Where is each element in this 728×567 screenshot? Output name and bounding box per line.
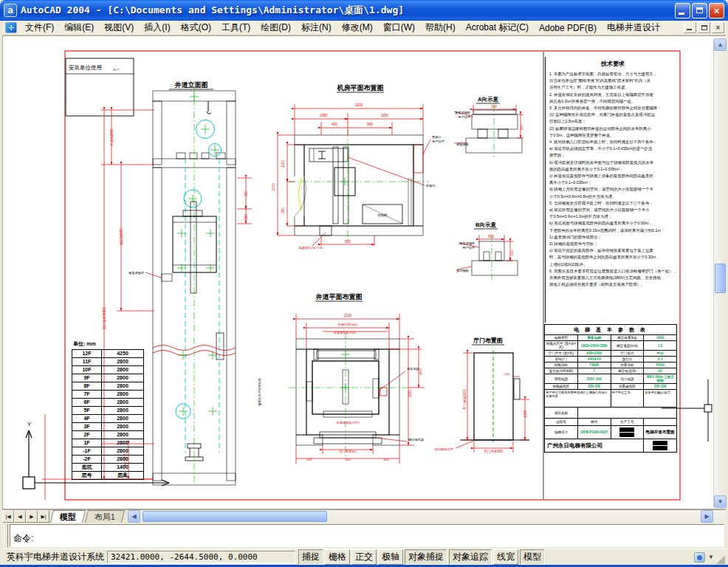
param-label: 厅门尺寸 (宽×高) [545,351,578,357]
menu-item[interactable]: 格式(O) [176,20,216,35]
status-toggle-正交[interactable]: 正交 [351,549,377,565]
mdi-document-icon[interactable]: ✛ [5,22,17,33]
scroll-right-icon: ▶ [704,513,709,520]
command-window-grip[interactable] [4,524,8,547]
floor-label: 9F [72,374,102,382]
floor-height: 1400 [102,464,144,472]
tech-line: 于0.5m，这种隔障应贯穿整个井道。 [549,132,676,139]
tech-line: 于0.5m×0.6m×1.0m的长方体为准； [549,213,676,220]
floor-label: 4F [72,415,102,423]
menu-item[interactable]: 电梯井道设计 [602,20,665,35]
tab-nav-last-button[interactable]: ▶| [38,510,49,523]
scroll-down-button[interactable]: ▼ [714,495,727,508]
tab-nav-prev-button[interactable]: ◀ [14,510,26,523]
floor-row: 6F 2800 [72,399,144,407]
drawing-annotation: 焊接垫板 [456,142,469,146]
drawing-annotation: 用户自理 [432,140,445,143]
tech-line: 2. 井道应保证良好的通风环境，五层及以上每隔两层开设通 [549,92,676,98]
status-toggle-对象追踪[interactable]: 对象追踪 [449,549,492,565]
param-value: 乘客电梯 [577,335,611,341]
drawing-canvas[interactable]: 井道立面图机房平面布置图A向示意B向示意井道平面布置图厅门布置图安装单位使用VL… [2,35,726,509]
floor-label: 层号 [72,472,102,480]
mdi-close-button[interactable]: × [712,22,724,33]
param-label: 电梯类型 [545,335,578,341]
scroll-up-button[interactable]: ▲ [714,38,727,51]
vertical-scrollbar[interactable]: ▲ ▼ [713,38,726,508]
drawing-annotation: 1150 [381,114,388,117]
floor-row: 5F 2800 [72,407,144,415]
status-toggle-对象捕捉[interactable]: 对象捕捉 [405,549,447,565]
maximize-button[interactable] [692,3,707,18]
floor-label: 6F [72,399,102,407]
param-value: 7 [577,368,611,374]
menu-item[interactable]: 标注(N) [296,20,337,35]
tech-line: 3. 多台并联排列的井道，不同电梯的相邻部件之间应设置隔障： [549,105,676,111]
floor-label: -1F [72,447,102,456]
design-label: 电梯设计 [545,426,578,439]
tab-nav-first-button[interactable]: |◀ [2,510,14,523]
param-value: 中分 [644,351,677,357]
tab-layout1[interactable]: 布局1 [85,510,125,523]
menu-item[interactable]: 插入(I) [139,20,175,35]
menu-item[interactable]: 编辑(E) [59,20,99,35]
floor-height: 2800 [102,456,144,464]
drawing-annotation: 承重梁预埋 [128,271,145,275]
status-toggle-线宽[interactable]: 线宽 [493,549,518,565]
tech-requirements-lines: 1. 本图为产品标准安装图，内容如有变动，尺寸与土建有关，仅当发包单位在"图纸专… [549,71,676,289]
param-label: 轿厢越程距 [545,384,578,390]
horizontal-scroll-thumb[interactable] [142,511,327,522]
drawing-annotation: 1300 [523,410,527,418]
floor-row: 12F 4250 [72,350,144,358]
tab-nav-next-icon: ▶ [30,514,33,520]
tech-line: c) 底坑中固定的最高部件，如补偿绳张紧装置位于最上位置 [549,247,676,254]
mdi-minimize-button[interactable] [684,22,696,33]
communication-center-icon[interactable] [694,552,705,563]
parameter-table-title: 电 梯 基 本 参 数 表 [545,325,677,335]
shaft-plan [289,333,408,457]
menu-item[interactable]: 绘图(D) [255,20,296,35]
drawing-annotation: VL.? [113,68,120,72]
titlebar[interactable]: a AutoCAD 2004 - [C:\Documents and Setti… [0,0,728,21]
command-input-area[interactable]: 命令: [10,524,724,547]
floor-height: 2800 [102,382,144,391]
tech-line: 行面以上2.5m高度； [549,118,676,125]
status-toggle-模型[interactable]: 模型 [520,549,545,565]
scroll-left-button[interactable]: ◀ [128,510,140,523]
floor-row: 1F 2800 [72,439,144,447]
drawing-annotation: 400 [332,123,337,126]
drawing-annotation: 顶层高4250 [120,228,123,246]
floor-row: 层号 层高 [72,472,144,480]
menu-item[interactable]: 修改(M) [337,20,378,35]
minimize-button[interactable] [675,3,690,18]
tech-requirements: 技术要求 1. 本图为产品标准安装图，内容如有变动，尺寸与土建有关，仅当发包单位… [545,57,679,323]
tech-requirements-title: 技术要求 [549,60,676,68]
status-toggle-极轴[interactable]: 极轴 [378,549,403,565]
scroll-right-button[interactable]: ▶ [701,510,713,523]
close-button[interactable]: × [709,3,724,18]
tab-model[interactable]: 模型 [50,510,86,523]
param-value: 900×2100 [577,351,611,357]
drawing-number: ODM-P1000-0007 [577,426,611,439]
menu-item[interactable]: Acrobat 标记(C) [461,20,534,35]
window-title: AutoCAD 2004 - [C:\Documents and Setting… [21,4,675,17]
floor-label: -2F [72,456,102,464]
param-label: 照明电源 [545,374,578,384]
drawing-annotation: 预留孔用户自理封闭 [258,378,262,407]
install-confirm-label: 安装单位确认/盖章: [644,390,677,408]
status-toggle-栅格[interactable]: 栅格 [325,549,350,565]
menu-item[interactable]: 帮助(H) [420,20,461,35]
menu-item[interactable]: Adobe PDF(B) [534,21,602,35]
menu-item[interactable]: 文件(F) [20,20,59,35]
tech-line: 上述b)1)或b)2)除外。 [549,261,676,268]
tech-line: 下述部件的水平距离在0.15m范围内时，该净距离可减少到0.1m： [549,227,676,234]
status-dropdown-icon[interactable]: ▼ [708,554,714,560]
menu-item[interactable]: 工具(T) [216,20,255,35]
tab-nav-next-button[interactable]: ▶ [26,510,38,523]
drawing-annotation: A向示意 [478,96,498,103]
vertical-scroll-thumb[interactable] [715,264,726,293]
mdi-restore-button[interactable] [698,22,710,33]
menu-item[interactable]: 视图(V) [99,20,139,35]
menu-item[interactable]: 窗口(W) [378,20,420,35]
status-toggle-捕捉[interactable]: 捕捉 [298,549,323,565]
horizontal-scrollbar[interactable]: ◀ ▶ [128,510,726,523]
